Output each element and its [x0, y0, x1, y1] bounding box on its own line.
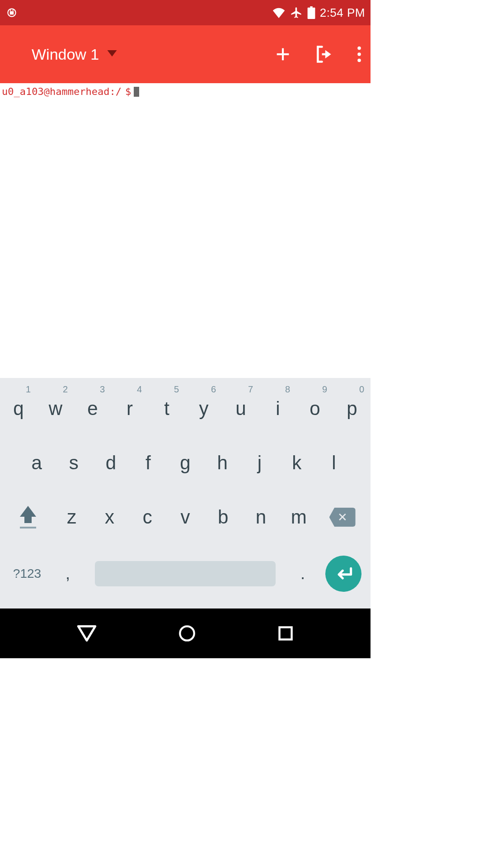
key-s[interactable]: s [55, 436, 92, 490]
key-j[interactable]: j [241, 436, 278, 490]
key-w[interactable]: 2w [37, 382, 74, 436]
nav-back-button[interactable] [77, 624, 97, 642]
key-comma[interactable]: , [50, 564, 86, 583]
key-shift[interactable] [4, 506, 53, 528]
key-period[interactable]: . [285, 564, 321, 583]
nav-home-button[interactable] [178, 624, 196, 642]
svg-point-10 [357, 52, 361, 56]
wifi-icon [272, 7, 286, 18]
enter-icon [334, 567, 352, 580]
status-right: 2:54 PM [272, 6, 365, 20]
key-p[interactable]: 0p [333, 382, 371, 436]
key-l[interactable]: l [315, 436, 352, 490]
svg-line-3 [13, 10, 13, 11]
app-bar: Window 1 [0, 25, 371, 83]
key-symbols[interactable]: ?123 [5, 566, 50, 581]
window-title: Window 1 [32, 46, 99, 63]
svg-point-12 [180, 626, 194, 640]
key-r[interactable]: 4r [111, 382, 148, 436]
key-c[interactable]: c [128, 490, 166, 544]
svg-line-2 [10, 10, 11, 11]
key-backspace[interactable]: ✕ [318, 508, 367, 527]
nav-recent-button[interactable] [277, 625, 294, 642]
key-k[interactable]: k [278, 436, 315, 490]
keyboard-row-4: ?123 , . [0, 544, 371, 603]
svg-rect-1 [10, 12, 14, 14]
terminal-area[interactable]: u0_a103@hammerhead:/ $ [0, 83, 371, 378]
key-q[interactable]: 1q [0, 382, 37, 436]
backspace-icon: ✕ [329, 508, 356, 527]
key-i[interactable]: 8i [259, 382, 296, 436]
terminal-prompt-user: u0_a103@hammerhead:/ [2, 86, 122, 97]
key-y[interactable]: 6y [185, 382, 222, 436]
add-tab-button[interactable] [274, 45, 292, 63]
keyboard-row-3: z x c v b n m ✕ [0, 490, 371, 544]
terminal-prompt-line: u0_a103@hammerhead:/ $ [2, 86, 369, 97]
key-x[interactable]: x [91, 490, 129, 544]
status-left [5, 6, 272, 19]
key-g[interactable]: g [167, 436, 204, 490]
exit-button[interactable] [314, 44, 334, 64]
key-space[interactable] [95, 561, 276, 586]
battery-icon [307, 6, 315, 19]
android-debug-icon [5, 6, 18, 19]
key-b[interactable]: b [204, 490, 242, 544]
navigation-bar [0, 609, 371, 658]
svg-rect-13 [280, 627, 292, 640]
key-o[interactable]: 9o [296, 382, 333, 436]
status-time: 2:54 PM [320, 6, 365, 20]
key-t[interactable]: 5t [148, 382, 185, 436]
key-h[interactable]: h [204, 436, 241, 490]
key-u[interactable]: 7u [222, 382, 259, 436]
key-m[interactable]: m [280, 490, 318, 544]
airplane-icon [290, 6, 303, 19]
dropdown-arrow-icon [107, 50, 117, 58]
key-a[interactable]: a [18, 436, 55, 490]
window-dropdown[interactable]: Window 1 [9, 46, 274, 63]
status-bar: 2:54 PM [0, 0, 371, 25]
svg-rect-5 [310, 6, 313, 8]
more-menu-button[interactable] [357, 46, 361, 62]
svg-point-9 [357, 47, 361, 50]
keyboard-row-1: 1q 2w 3e 4r 5t 6y 7u 8i 9o 0p [0, 382, 371, 436]
key-n[interactable]: n [242, 490, 280, 544]
key-enter[interactable] [325, 556, 361, 592]
shift-icon [20, 506, 36, 517]
keyboard-row-2: a s d f g h j k l [0, 436, 371, 490]
svg-rect-4 [307, 8, 315, 19]
key-f[interactable]: f [130, 436, 167, 490]
svg-point-11 [357, 59, 361, 62]
key-e[interactable]: 3e [74, 382, 111, 436]
key-d[interactable]: d [92, 436, 129, 490]
key-z[interactable]: z [53, 490, 91, 544]
terminal-prompt-symbol: $ [125, 86, 131, 97]
key-v[interactable]: v [166, 490, 204, 544]
app-bar-actions [274, 44, 361, 64]
terminal-cursor [134, 87, 139, 97]
keyboard: 1q 2w 3e 4r 5t 6y 7u 8i 9o 0p a s d f g … [0, 378, 371, 609]
